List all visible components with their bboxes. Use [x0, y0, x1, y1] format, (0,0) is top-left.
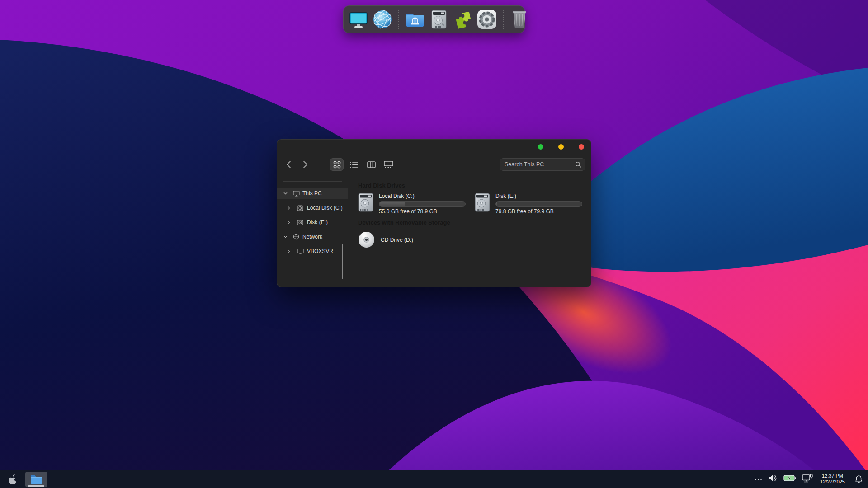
- close-button[interactable]: [579, 144, 584, 150]
- volume-icon[interactable]: [768, 474, 777, 484]
- clock-date: 12/27/2025: [820, 479, 845, 485]
- hard-disk-icon: [475, 193, 490, 212]
- section-title-removable: Devices with Removable Storage: [358, 219, 582, 227]
- sidebar-item-disk-e[interactable]: Disk (E:): [277, 217, 348, 228]
- clock-time: 12:37 PM: [820, 473, 845, 479]
- sidebar-item-local-disk-c[interactable]: Local Disk (C:): [277, 202, 348, 213]
- network-display-icon[interactable]: [802, 474, 813, 484]
- dock-separator: [398, 10, 399, 29]
- drive-name: Disk (E:): [495, 193, 582, 200]
- minimize-button[interactable]: [538, 144, 543, 150]
- search-box[interactable]: [500, 158, 585, 171]
- capacity-bar: [495, 201, 582, 207]
- sidebar-item-label: Local Disk (C:): [307, 205, 343, 211]
- capacity-bar-fill: [379, 202, 405, 206]
- view-switcher: [330, 158, 395, 171]
- chevron-down-icon[interactable]: [283, 192, 288, 195]
- tray-overflow-icon[interactable]: [755, 479, 762, 480]
- chevron-right-icon[interactable]: [287, 206, 291, 210]
- drive-free-space: 55.0 GB free of 78.9 GB: [379, 208, 466, 215]
- sidebar-item-label: VBOXSVR: [307, 248, 333, 254]
- sidebar-item-label: Network: [302, 234, 322, 240]
- puzzle-extensions-icon[interactable]: [453, 9, 473, 30]
- sidebar-divider: [283, 181, 342, 182]
- maximize-button[interactable]: [558, 144, 564, 150]
- drive-free-space: 79.8 GB free of 79.9 GB: [495, 208, 582, 215]
- sidebar-item-this-pc[interactable]: This PC: [277, 188, 348, 199]
- disk-icon: [297, 220, 304, 225]
- content-pane: Hard Disk Drives: [348, 175, 591, 287]
- system-settings-icon[interactable]: [476, 9, 497, 30]
- disk-icon: [297, 205, 304, 211]
- display-icon[interactable]: [348, 9, 369, 30]
- window-toolbar: [277, 154, 591, 175]
- network-icon: [292, 234, 300, 240]
- drive-name: Local Disk (C:): [379, 193, 466, 200]
- column-view-button[interactable]: [364, 158, 378, 171]
- list-view-button[interactable]: [347, 158, 361, 171]
- sidebar-item-vboxsvr[interactable]: VBOXSVR: [277, 246, 348, 257]
- sidebar-item-network[interactable]: Network: [277, 231, 348, 242]
- dock: [343, 5, 525, 33]
- monitor-icon: [292, 191, 300, 197]
- folder-icon: [30, 474, 42, 484]
- forward-button[interactable]: [299, 159, 311, 170]
- network-globe-icon[interactable]: [372, 9, 393, 30]
- sidebar-scrollbar[interactable]: [342, 244, 343, 279]
- capacity-bar-fill: [496, 202, 497, 206]
- library-folder-icon[interactable]: [405, 9, 425, 30]
- hard-disk-icon[interactable]: [429, 9, 449, 30]
- active-app-indicator: [28, 485, 44, 487]
- dock-separator: [503, 10, 504, 29]
- drive-name: CD Drive (D:): [381, 237, 413, 243]
- taskbar: 12:37 PM 12/27/2025: [0, 470, 868, 488]
- capacity-bar: [379, 201, 466, 207]
- start-button[interactable]: [0, 474, 25, 484]
- monitor-icon: [297, 249, 304, 254]
- cd-icon: [358, 231, 375, 248]
- notifications-bell-icon[interactable]: [855, 475, 863, 483]
- sidebar-item-label: Disk (E:): [307, 219, 328, 225]
- grid-view-button[interactable]: [330, 158, 344, 171]
- battery-charging-icon[interactable]: [783, 474, 796, 483]
- sidebar: This PC Local Disk (C:) Disk (E:): [277, 175, 348, 287]
- drive-tile-local-disk-c[interactable]: Local Disk (C:) 55.0 GB free of 78.9 GB: [358, 193, 466, 215]
- system-tray: 12:37 PM 12/27/2025: [755, 470, 868, 488]
- section-title-hard-disks: Hard Disk Drives: [358, 182, 582, 190]
- sidebar-item-label: This PC: [302, 190, 322, 197]
- chevron-right-icon[interactable]: [287, 221, 291, 225]
- drive-tile-cd-d[interactable]: CD Drive (D:): [358, 231, 582, 248]
- hard-disk-icon: [358, 193, 373, 212]
- gallery-view-button[interactable]: [382, 158, 395, 171]
- search-icon: [575, 161, 581, 169]
- file-manager-window: This PC Local Disk (C:) Disk (E:): [277, 139, 591, 287]
- taskbar-clock[interactable]: 12:37 PM 12/27/2025: [820, 473, 845, 485]
- chevron-right-icon[interactable]: [287, 249, 291, 253]
- back-button[interactable]: [283, 159, 294, 170]
- apple-logo-icon: [9, 474, 17, 484]
- window-titlebar[interactable]: [277, 140, 591, 154]
- drive-tile-disk-e[interactable]: Disk (E:) 79.8 GB free of 79.9 GB: [475, 193, 582, 215]
- trash-icon[interactable]: [509, 9, 530, 30]
- file-explorer-taskbar-button[interactable]: [25, 472, 47, 487]
- chevron-down-icon[interactable]: [283, 235, 288, 238]
